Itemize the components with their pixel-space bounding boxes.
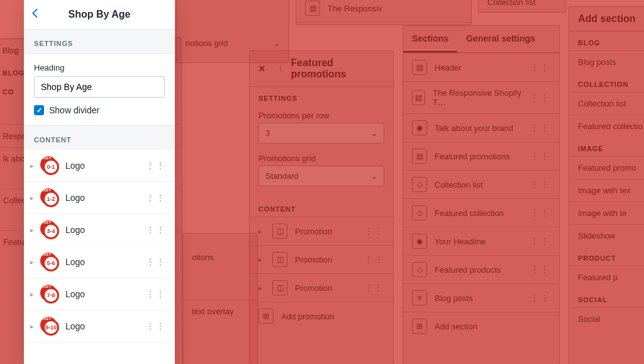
content-label: CONTENT bbox=[24, 126, 175, 150]
list-item[interactable]: ▸ AGES3-4 Logo ⋮⋮ bbox=[24, 214, 175, 246]
per-row-select[interactable]: 3⌄ bbox=[258, 123, 384, 144]
add-section[interactable]: ⊞Add section bbox=[403, 312, 559, 340]
close-icon[interactable]: × bbox=[258, 62, 265, 76]
check-icon: ✓ bbox=[34, 105, 44, 115]
list-item[interactable]: ≡Blog posts⋮⋮ bbox=[403, 283, 559, 312]
section-icon: ▤ bbox=[305, 1, 320, 16]
list-item[interactable]: Featured p bbox=[569, 266, 644, 288]
list-item[interactable]: ▸ AGES7-8 Logo ⋮⋮ bbox=[24, 278, 175, 310]
show-divider-checkbox[interactable]: ✓ Show divider bbox=[34, 105, 165, 115]
grid-select[interactable]: Standard⌄ bbox=[258, 166, 384, 186]
tab-general-settings[interactable]: General settings bbox=[457, 26, 544, 52]
list-item[interactable]: ▤Header⋮⋮ bbox=[403, 53, 559, 81]
drag-handle-icon: ⋮⋮ bbox=[530, 62, 550, 72]
drag-handle-icon[interactable]: ⋮⋮ bbox=[146, 289, 166, 299]
list-item[interactable]: ▸◫Promotion⋮⋮ bbox=[250, 245, 393, 273]
chevron-left-icon bbox=[30, 9, 39, 18]
content-label: CONTENT bbox=[250, 198, 393, 217]
age-badge-icon: AGES3-4 bbox=[40, 220, 59, 239]
age-badge-icon: AGES1-2 bbox=[40, 188, 59, 207]
age-badge-icon: AGES9-10 bbox=[40, 317, 59, 336]
list-item[interactable]: Social bbox=[569, 307, 644, 330]
age-badge-icon: AGES5-6 bbox=[40, 253, 59, 271]
add-promotion[interactable]: ⊞Add promotion bbox=[250, 302, 393, 330]
bg-sections-panel: Sections General settings ▤Header⋮⋮ ▤The… bbox=[402, 25, 560, 364]
drag-handle-icon: ⋮⋮ bbox=[364, 254, 384, 264]
drag-handle-icon: ⋮⋮ bbox=[530, 151, 550, 161]
tag-icon: ◇ bbox=[412, 177, 427, 192]
list-item[interactable]: Image with te bbox=[569, 202, 644, 224]
tab-sections[interactable]: Sections bbox=[403, 26, 457, 52]
bg-add-section-panel: Add section BLOG Blog posts COLLECTION C… bbox=[569, 6, 644, 364]
drag-handle-icon: ⋮⋮ bbox=[530, 236, 550, 246]
list-item[interactable]: ▸ AGES9-10 Logo ⋮⋮ bbox=[24, 310, 175, 343]
list-item[interactable]: Blog posts bbox=[569, 50, 644, 73]
drag-handle-icon[interactable]: ⋮⋮ bbox=[146, 161, 166, 171]
expand-icon: ▸ bbox=[30, 194, 34, 202]
item-label: Logo bbox=[65, 257, 85, 267]
content-list: ▸ AGES0-1 Logo ⋮⋮ ▸ AGES1-2 Logo ⋮⋮ ▸ AG… bbox=[24, 150, 175, 364]
promotion-icon: ◫ bbox=[272, 252, 287, 267]
list-item[interactable]: ▸◫Promotion⋮⋮ bbox=[250, 273, 393, 302]
drag-handle-icon: ⋮⋮ bbox=[530, 208, 550, 218]
drag-handle-icon: ⋮⋮ bbox=[530, 93, 550, 103]
bg-scatter-top2: ▤The Responsiv ◉Talk about your brand bbox=[296, 0, 472, 25]
list-item[interactable]: Collection list bbox=[569, 92, 644, 115]
list-item[interactable]: ◉Your Headline⋮⋮ bbox=[403, 227, 559, 255]
section-icon: ▤ bbox=[412, 149, 427, 164]
drag-handle-icon: ⋮⋮ bbox=[530, 293, 550, 303]
list-item[interactable]: Image with tex bbox=[569, 179, 644, 202]
field-label: Promotions grid bbox=[258, 154, 384, 163]
camera-icon: ◉ bbox=[412, 234, 427, 249]
drag-handle-icon[interactable]: ⋮⋮ bbox=[146, 321, 166, 331]
back-button[interactable] bbox=[30, 8, 39, 21]
bg-scatter-mid: otions text overlay bbox=[182, 233, 258, 364]
promotion-icon: ◫ bbox=[272, 280, 287, 295]
drag-handle-icon[interactable]: ⋮⋮ bbox=[146, 225, 166, 235]
list-item[interactable]: ▸ AGES0-1 Logo ⋮⋮ bbox=[24, 150, 175, 182]
section-icon: ▤ bbox=[412, 90, 425, 105]
field-label: Promotions per row bbox=[258, 111, 384, 120]
expand-icon: ▸ bbox=[30, 290, 34, 299]
expand-icon: ▸ bbox=[30, 322, 34, 331]
page-title: Shop By Age bbox=[31, 9, 167, 20]
list-item[interactable]: ▸◫Promotion⋮⋮ bbox=[250, 217, 393, 245]
age-badge-icon: AGES7-8 bbox=[40, 285, 59, 304]
list-item[interactable]: ▤Featured promotions⋮⋮ bbox=[403, 142, 559, 170]
drag-handle-icon: ⋮⋮ bbox=[530, 179, 550, 190]
expand-icon: ▸ bbox=[30, 162, 34, 170]
list-item[interactable]: ◉Talk about your brand⋮⋮ bbox=[403, 113, 559, 142]
item-label: Logo bbox=[65, 193, 85, 203]
list-item[interactable]: Featured promo bbox=[569, 156, 644, 179]
list-item[interactable]: ◇Collection list⋮⋮ bbox=[403, 170, 559, 198]
bg-featured-panel: × 〈 Featured promotions SETTINGS Promoti… bbox=[249, 50, 394, 364]
drag-handle-icon[interactable]: ⋮⋮ bbox=[146, 257, 166, 267]
back-icon[interactable]: 〈 bbox=[275, 64, 282, 74]
list-item[interactable]: ▸ AGES5-6 Logo ⋮⋮ bbox=[24, 246, 175, 278]
drag-handle-icon: ⋮⋮ bbox=[530, 123, 550, 133]
tag-icon: ◇ bbox=[412, 205, 427, 220]
drag-handle-icon: ⋮⋮ bbox=[364, 226, 384, 236]
item-label: Logo bbox=[65, 161, 85, 171]
blog-icon: ≡ bbox=[412, 290, 427, 305]
list-item[interactable]: Slideshow bbox=[569, 224, 644, 247]
panel-title: Featured promotions bbox=[291, 57, 384, 80]
list-item[interactable]: ◇Featured products⋮⋮ bbox=[403, 255, 559, 283]
tag-icon: ◇ bbox=[412, 262, 427, 277]
add-icon: ⊞ bbox=[258, 309, 274, 324]
list-item[interactable]: Featured collectio bbox=[569, 115, 644, 137]
list-item[interactable]: ▸ AGES1-2 Logo ⋮⋮ bbox=[24, 182, 175, 214]
age-badge-icon: AGES0-1 bbox=[40, 156, 59, 175]
drag-handle-icon[interactable]: ⋮⋮ bbox=[146, 193, 166, 203]
list-item[interactable]: ▤The Responsive Shopify T…⋮⋮ bbox=[403, 81, 559, 113]
drag-handle-icon: ⋮⋮ bbox=[364, 283, 384, 293]
expand-icon: ▸ bbox=[30, 258, 34, 266]
promotion-icon: ◫ bbox=[272, 224, 287, 239]
shop-by-age-panel: Shop By Age SETTINGS Heading ✓ Show divi… bbox=[24, 0, 175, 364]
expand-icon: ▸ bbox=[30, 226, 34, 234]
item-label: Logo bbox=[65, 289, 85, 299]
list-item[interactable]: ◇Featured collection⋮⋮ bbox=[403, 198, 559, 227]
heading-input[interactable] bbox=[34, 76, 165, 98]
panel-title: Add section bbox=[578, 13, 636, 25]
bg-scatter-top3: Collection list bbox=[478, 0, 566, 13]
